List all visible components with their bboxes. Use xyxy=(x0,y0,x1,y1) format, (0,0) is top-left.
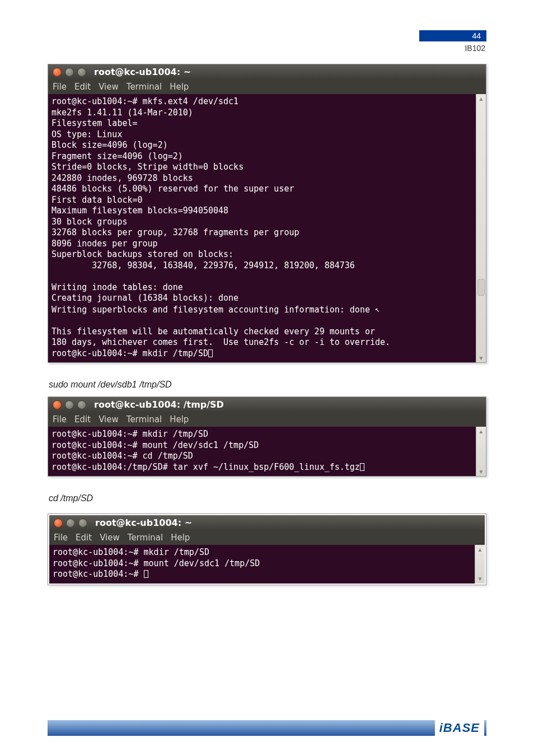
minimize-icon[interactable] xyxy=(65,68,74,77)
window-title: root@kc-ub1004: ~ xyxy=(95,517,192,528)
document-code: IB102 xyxy=(397,44,486,53)
window-titlebar[interactable]: root@kc-ub1004: ~ xyxy=(49,515,485,530)
menu-help[interactable]: Help xyxy=(170,82,189,92)
minimize-icon[interactable] xyxy=(66,519,75,528)
scroll-up-icon[interactable]: ▲ xyxy=(476,94,486,103)
menu-file[interactable]: File xyxy=(54,533,68,543)
menu-terminal[interactable]: Terminal xyxy=(127,414,162,424)
window-title: root@kc-ub1004: /tmp/SD xyxy=(94,399,224,410)
terminal-output[interactable]: root@kc-ub1004:~# mkfs.ext4 /dev/sdc1 mk… xyxy=(48,94,476,362)
text-cursor xyxy=(208,349,213,357)
menu-terminal[interactable]: Terminal xyxy=(127,82,162,92)
page-header: 44 IB102 xyxy=(397,30,486,53)
scrollbar-thumb[interactable] xyxy=(477,279,485,296)
menu-file[interactable]: File xyxy=(53,414,67,424)
vertical-scrollbar[interactable]: ▲ ▼ xyxy=(476,94,486,362)
mouse-pointer-icon: ↖ xyxy=(375,304,380,314)
text-cursor xyxy=(360,463,364,471)
menu-help[interactable]: Help xyxy=(170,414,189,424)
menu-terminal[interactable]: Terminal xyxy=(128,533,163,543)
terminal-output[interactable]: root@kc-ub1004:~# mkdir /tmp/SD root@kc-… xyxy=(48,427,476,476)
menu-edit[interactable]: Edit xyxy=(74,82,91,92)
caption-2: cd /tmp/SD xyxy=(49,493,486,503)
close-icon[interactable] xyxy=(54,519,63,528)
menu-file[interactable]: File xyxy=(53,82,67,92)
terminal-frame-3: root@kc-ub1004: ~ File Edit View Termina… xyxy=(48,514,486,585)
vertical-scrollbar[interactable]: ▲ ▼ xyxy=(476,427,486,476)
window-menubar: File Edit View Terminal Help xyxy=(48,80,486,94)
menu-view[interactable]: View xyxy=(99,414,119,424)
close-icon[interactable] xyxy=(53,68,62,77)
window-titlebar[interactable]: root@kc-ub1004: /tmp/SD xyxy=(48,397,486,412)
maximize-icon[interactable] xyxy=(77,400,86,409)
terminal-output[interactable]: root@kc-ub1004:~# mkdir /tmp/SD root@kc-… xyxy=(49,545,475,584)
close-icon[interactable] xyxy=(53,400,62,409)
terminal-window-2: root@kc-ub1004: /tmp/SD File Edit View T… xyxy=(48,396,486,477)
menu-edit[interactable]: Edit xyxy=(76,533,92,543)
menu-view[interactable]: View xyxy=(100,533,120,543)
scroll-down-icon[interactable]: ▼ xyxy=(476,467,486,476)
terminal-window-1: root@kc-ub1004: ~ File Edit View Termina… xyxy=(48,64,486,363)
brand-logo: iBASE xyxy=(435,719,484,737)
scroll-up-icon[interactable]: ▲ xyxy=(475,545,485,554)
scroll-up-icon[interactable]: ▲ xyxy=(476,427,486,436)
page-footer: iBASE xyxy=(0,720,534,736)
menu-view[interactable]: View xyxy=(99,82,119,92)
maximize-icon[interactable] xyxy=(78,519,87,528)
text-cursor xyxy=(144,570,148,578)
scroll-down-icon[interactable]: ▼ xyxy=(475,575,485,584)
vertical-scrollbar[interactable]: ▲ ▼ xyxy=(475,545,485,584)
scroll-down-icon[interactable]: ▼ xyxy=(476,353,486,362)
menu-edit[interactable]: Edit xyxy=(74,414,91,424)
menu-help[interactable]: Help xyxy=(171,533,190,543)
maximize-icon[interactable] xyxy=(77,68,86,77)
window-titlebar[interactable]: root@kc-ub1004: ~ xyxy=(48,64,486,80)
caption-1: sudo mount /dev/sdb1 /tmp/SD xyxy=(49,380,486,390)
window-menubar: File Edit View Terminal Help xyxy=(48,412,486,427)
window-menubar: File Edit View Terminal Help xyxy=(49,530,485,545)
terminal-window-3: root@kc-ub1004: ~ File Edit View Termina… xyxy=(49,515,485,584)
window-title: root@kc-ub1004: ~ xyxy=(94,67,191,77)
minimize-icon[interactable] xyxy=(65,400,74,409)
page-number-badge: 44 xyxy=(419,30,486,41)
